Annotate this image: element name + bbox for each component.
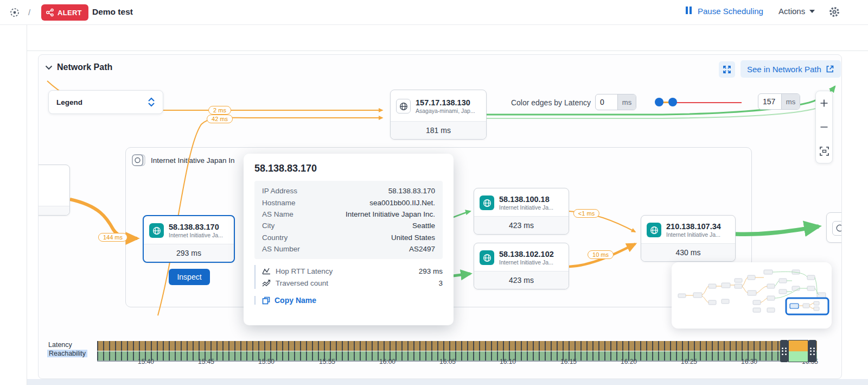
edge-latency-label[interactable]: <1 ms [573, 209, 599, 218]
slider-track-red [672, 102, 742, 103]
page-title: Demo test [92, 7, 133, 17]
node-card-partial-left[interactable]: .. [38, 165, 70, 216]
timeline-latency-label[interactable]: Latency [48, 341, 72, 349]
tooltip-metrics: Hop RTT Latency 293 ms Traversed count 3 [254, 265, 443, 289]
latency-max-input[interactable]: ms [758, 93, 800, 110]
node-location: Internet Initiative Ja... [499, 204, 553, 211]
time-tick: 15:45 [198, 358, 214, 365]
node-ip: 157.17.138.130 [416, 98, 475, 107]
node-ip: 58.138.83.170 [169, 223, 223, 231]
as-group-label: Internet Initiative Japan In [151, 156, 235, 165]
edge-latency-label[interactable]: 2 ms [208, 106, 231, 115]
node-card-partial-right[interactable] [826, 212, 842, 243]
detail-label: AS Number [262, 245, 300, 253]
node-card[interactable]: 58.138.100.18 Internet Initiative Ja... … [474, 188, 569, 235]
agent-logo-icon[interactable] [9, 7, 21, 18]
stacked-group-icon [132, 154, 146, 167]
latency-max-unit: ms [781, 94, 800, 109]
fullscreen-button[interactable] [719, 61, 735, 78]
timeline-reachability-label[interactable]: Reachability [47, 350, 87, 357]
alert-badge-label: ALERT [58, 9, 82, 17]
chevron-down-icon [45, 65, 53, 70]
slider-handle-min[interactable] [655, 98, 663, 106]
plus-icon [820, 99, 828, 108]
bottom-scroll-strip[interactable] [27, 379, 868, 385]
trend-lines-icon [262, 279, 271, 287]
run-toolbar [27, 25, 868, 51]
latency-min-unit: ms [617, 94, 636, 110]
edge-latency-label[interactable]: 144 ms [98, 233, 127, 242]
detail-value: Internet Initiative Japan Inc. [346, 210, 435, 218]
node-latency: 430 ms [641, 243, 735, 261]
zoom-out-button[interactable] [816, 118, 832, 136]
latency-min-input[interactable]: ms [595, 94, 636, 110]
edge-latency-label[interactable]: 10 ms [588, 250, 614, 259]
see-in-network-path-button[interactable]: See in Network Path [741, 60, 841, 78]
globe-icon [149, 223, 164, 238]
legend-label: Legend [56, 98, 82, 106]
actions-label: Actions [778, 7, 805, 16]
node-location: Internet Initiative Ja... [499, 259, 554, 266]
edge-latency-label[interactable]: 42 ms [207, 115, 233, 123]
minus-icon [820, 126, 828, 128]
latency-color-slider[interactable] [655, 94, 743, 110]
actions-dropdown[interactable]: Actions [778, 7, 815, 16]
legend-toggle[interactable]: Legend [48, 90, 163, 114]
latency-min-value[interactable] [596, 94, 617, 110]
node-ip: 58.138.100.18 [499, 195, 553, 204]
expand-arrows-icon [723, 65, 731, 74]
time-tick: 15:40 [138, 358, 154, 365]
minimap-graph [672, 262, 832, 329]
node-location: Asagaya-minami, Jap... [416, 108, 475, 114]
see-in-network-path-label: See in Network Path [747, 65, 821, 74]
node-latency: 293 ms [144, 244, 234, 262]
gear-icon [828, 5, 841, 18]
left-sidebar [0, 25, 27, 385]
selection-window[interactable] [788, 340, 808, 362]
latency-max-value[interactable] [758, 94, 781, 109]
settings-button[interactable] [828, 5, 841, 21]
tooltip-row: Hostnamesea001bb00.IIJ.Net. [262, 197, 435, 208]
pause-icon [686, 7, 693, 16]
node-ip: 58.138.102.102 [499, 250, 554, 258]
globe-icon [396, 99, 411, 113]
selection-handle-left[interactable] [780, 340, 788, 362]
pause-scheduling-label: Pause Scheduling [698, 7, 763, 16]
node-latency: 423 ms [474, 271, 569, 289]
detail-label: City [262, 222, 275, 230]
external-link-icon [826, 65, 834, 73]
panel-header[interactable]: Network Path [45, 62, 112, 72]
metric-label: Hop RTT Latency [276, 267, 414, 275]
alert-badge[interactable]: ALERT [41, 4, 88, 21]
time-tick: 16:15 [560, 358, 577, 365]
detail-label: Hostname [262, 199, 296, 207]
graph-minimap[interactable] [672, 262, 832, 329]
network-path-panel: Network Path See in Network Path [38, 54, 842, 379]
time-tick: 16:05 [439, 358, 456, 365]
zoom-in-button[interactable] [816, 94, 832, 112]
node-card[interactable]: 58.138.102.102 Internet Initiative Ja...… [474, 243, 569, 289]
node-card[interactable]: 210.138.107.34 Internet Initiative Ja...… [641, 215, 736, 262]
fit-to-screen-button[interactable] [816, 142, 832, 160]
area-chart-icon [262, 267, 271, 275]
copy-name-button[interactable]: Copy Name [254, 296, 443, 305]
node-location: Internet Initiative Ja... [169, 232, 223, 238]
timeline-selection[interactable] [780, 340, 816, 362]
time-tick: 16:20 [621, 358, 637, 365]
metric-row: Traversed count 3 [262, 277, 443, 289]
detail-value: sea001bb00.IIJ.Net. [369, 199, 435, 207]
inspect-button[interactable]: Inspect [169, 269, 210, 285]
slider-handle-mid[interactable] [668, 98, 677, 106]
color-edges-label: Color edges by Latency [489, 98, 591, 107]
as-group-header: Internet Initiative Japan In [132, 154, 235, 167]
agent-circle-icon [832, 221, 842, 236]
time-tick: 16:30 [741, 358, 757, 365]
node-card[interactable]: 157.17.138.130 Asagaya-minami, Jap... 18… [390, 90, 487, 140]
pause-scheduling-button[interactable]: Pause Scheduling [686, 7, 763, 16]
tooltip-row: CountryUnited States [262, 232, 435, 243]
selection-handle-right[interactable] [808, 340, 816, 362]
node-card-selected[interactable]: 58.138.83.170 Internet Initiative Ja... … [143, 215, 235, 263]
copy-name-label: Copy Name [275, 296, 316, 305]
latency-timeline-bar[interactable] [97, 341, 817, 351]
metric-row: Hop RTT Latency 293 ms [262, 265, 443, 277]
